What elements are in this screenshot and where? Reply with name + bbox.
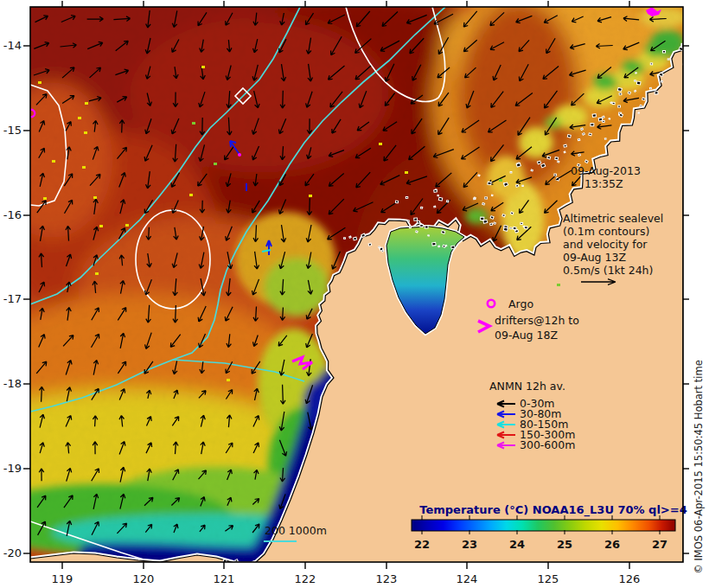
island-speck [610,102,612,104]
x-axis-label: 125 [538,572,559,585]
island-speck [525,227,528,229]
quality-speck [85,102,88,105]
island-speck [659,73,663,76]
island-speck [662,51,665,54]
island-speck [531,169,533,171]
quality-speck [93,196,97,199]
quality-speck [189,194,193,196]
island-speck [441,231,444,234]
island-speck [420,225,424,227]
isobath-scale-label: 200 1000m [265,524,327,537]
y-axis-label: -17 [3,292,22,305]
anmn-depth-label: 300-600m [520,438,575,451]
island-speck [443,245,445,247]
island-speck [438,246,440,247]
island-speck [650,63,653,65]
island-speck [395,201,398,203]
island-speck [379,246,380,248]
x-axis-label: 119 [52,572,73,585]
quality-speck [557,284,560,286]
island-speck [381,250,384,252]
island-speck [617,87,622,91]
island-speck [649,87,651,89]
island-speck [598,118,603,121]
colorbar-tick-label: 26 [604,538,620,551]
island-speck [481,217,484,220]
island-speck [482,203,485,206]
island-speck [591,124,594,126]
island-speck [485,197,488,199]
mooring-dot-icon [238,153,241,157]
colorbar-tick-label: 25 [557,538,572,551]
anmn-title: ANMN 12h av. [489,380,565,393]
island-speck [425,226,428,228]
quality-speck [38,81,42,84]
island-speck [510,172,512,174]
colorbar-tick-label: 22 [414,538,430,551]
island-speck [510,212,513,214]
altimetric-note-line3: and velocity for [563,238,648,251]
island-speck [655,92,658,94]
island-speck [488,182,491,185]
quality-speck [52,160,55,163]
altimetric-note-line1: Altimetric sealevel [563,212,663,225]
island-speck [510,227,512,229]
quality-speck [227,379,230,381]
island-speck [478,175,480,176]
timestamp-time: 13:35Z [584,177,623,190]
island-speck [491,195,493,195]
ocean-sst-field [0,0,709,566]
y-axis-label: -19 [3,462,22,475]
island-speck [619,93,622,95]
timestamp-date: 09-Aug-2013 [571,164,641,177]
island-speck [353,237,356,240]
argo-label: Argo [508,297,533,310]
island-speck [635,80,636,82]
quality-speck [499,179,502,182]
island-speck [547,157,551,159]
island-speck [407,220,409,222]
island-speck [438,195,439,195]
island-speck [451,246,455,249]
island-speck [516,163,521,168]
island-speck [661,80,662,82]
island-speck [406,196,407,198]
island-speck [432,242,436,246]
island-speck [516,184,519,187]
island-speck [609,118,610,120]
colorbar-tick-label: 23 [462,538,477,551]
island-speck [446,201,449,202]
copyright-text: © IMOS 06-Apr-2015 15:50:45 Hobart time [693,360,705,573]
island-speck [420,207,422,208]
island-speck [513,227,516,230]
island-speck [522,185,524,186]
island-speck [602,116,604,118]
island-speck [618,105,621,107]
x-axis-label: 120 [133,572,155,585]
island-speck [640,105,642,106]
x-axis-label: 126 [619,572,641,585]
island-speck [349,236,351,238]
island-speck [474,197,476,199]
island-speck [409,227,411,228]
island-speck [592,114,596,118]
island-speck [428,235,430,237]
quality-speck [214,163,217,165]
y-axis-label: -20 [3,546,22,559]
island-speck [604,138,606,140]
quality-speck [78,117,81,119]
quality-speck [379,143,382,145]
island-speck [434,189,438,192]
island-speck [490,216,494,220]
island-speck [636,73,637,74]
island-speck [589,133,591,136]
island-speck [417,220,419,223]
quality-speck [125,224,129,227]
island-speck [582,133,584,136]
island-speck [564,151,565,153]
island-speck [490,223,493,226]
island-speck [635,90,636,92]
y-axis-label: -15 [3,124,22,137]
island-speck [667,59,669,60]
island-speck [414,218,418,220]
